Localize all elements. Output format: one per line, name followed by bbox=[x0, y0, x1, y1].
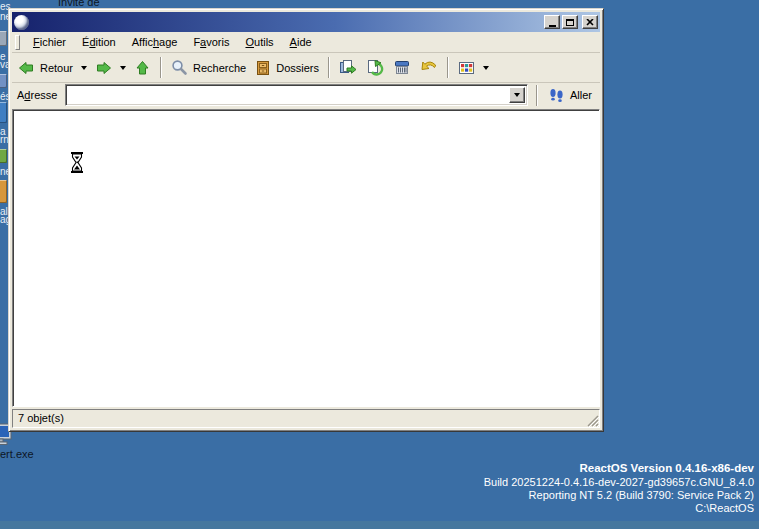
addressbar-separator bbox=[536, 85, 538, 106]
shredder-delete-icon bbox=[393, 59, 411, 76]
go-button[interactable]: Aller bbox=[546, 85, 598, 105]
version-line-3: Reporting NT 5.2 (Build 3790: Service Pa… bbox=[484, 489, 754, 502]
menu-bar: Fichier Édition Affichage Favoris Outils… bbox=[12, 32, 600, 53]
desktop-icon-sliver[interactable] bbox=[0, 74, 7, 88]
desktop-bottom-strip bbox=[0, 521, 759, 529]
back-button[interactable]: Retour bbox=[14, 55, 77, 81]
search-label: Recherche bbox=[193, 62, 246, 74]
move-to-button[interactable] bbox=[335, 55, 361, 81]
desktop-icon-label[interactable]: ert.exe bbox=[0, 448, 34, 460]
views-icon bbox=[458, 60, 475, 76]
chevron-down-icon bbox=[514, 93, 520, 97]
resize-grip[interactable] bbox=[586, 414, 599, 427]
reactos-logo-icon bbox=[14, 15, 29, 30]
menu-edition[interactable]: Édition bbox=[74, 34, 124, 50]
version-line-1: ReactOS Version 0.4.16-x86-dev bbox=[484, 462, 754, 475]
copy-to-icon bbox=[366, 59, 384, 76]
folders-icon bbox=[255, 60, 271, 76]
address-input[interactable] bbox=[69, 87, 508, 103]
menu-favoris[interactable]: Favoris bbox=[185, 34, 237, 50]
toolbar: Retour Recherche bbox=[12, 53, 600, 83]
status-panel: 7 objet(s) bbox=[12, 409, 600, 428]
desktop-icon-sliver[interactable] bbox=[0, 102, 7, 123]
search-button[interactable]: Recherche bbox=[167, 55, 250, 81]
forward-arrow-icon bbox=[95, 60, 112, 76]
undo-button[interactable] bbox=[416, 55, 442, 81]
version-line-2: Build 20251224-0.4.16-dev-2027-gd39657c.… bbox=[484, 476, 754, 489]
views-dropdown-caret[interactable] bbox=[483, 66, 489, 70]
menu-affichage[interactable]: Affichage bbox=[124, 34, 186, 50]
titlebar[interactable] bbox=[12, 12, 600, 32]
up-arrow-icon bbox=[134, 60, 151, 76]
status-bar: 7 objet(s) bbox=[12, 409, 600, 428]
maximize-button[interactable] bbox=[562, 15, 578, 29]
undo-icon bbox=[420, 59, 438, 76]
close-icon bbox=[586, 19, 594, 26]
status-text: 7 objet(s) bbox=[18, 412, 64, 424]
menu-aide[interactable]: Aide bbox=[282, 34, 320, 50]
move-to-icon bbox=[339, 59, 357, 76]
toolbar-separator bbox=[447, 57, 449, 78]
desktop-icon-sliver[interactable] bbox=[0, 31, 7, 46]
menu-fichier[interactable]: Fichier bbox=[25, 34, 74, 50]
desktop-label-fragment-top[interactable]: Invite de bbox=[58, 0, 100, 8]
menu-grip[interactable] bbox=[15, 35, 20, 50]
toolbar-separator bbox=[160, 57, 162, 78]
copy-to-button[interactable] bbox=[362, 55, 388, 81]
desktop: Invite de esneevaésarnnealag ert.exe Rea… bbox=[0, 0, 759, 529]
folders-label: Dossiers bbox=[276, 62, 319, 74]
back-dropdown-caret[interactable] bbox=[81, 66, 87, 70]
forward-dropdown-caret[interactable] bbox=[120, 66, 126, 70]
window-controls bbox=[544, 15, 598, 29]
explorer-window: Fichier Édition Affichage Favoris Outils… bbox=[8, 8, 604, 432]
views-button[interactable] bbox=[454, 55, 479, 81]
address-combobox[interactable] bbox=[65, 84, 528, 106]
footprints-icon bbox=[548, 87, 565, 103]
desktop-icon-sliver[interactable] bbox=[0, 149, 7, 163]
version-line-4: C:\ReactOS bbox=[484, 502, 754, 515]
go-label: Aller bbox=[570, 89, 592, 101]
close-button[interactable] bbox=[582, 15, 598, 29]
delete-button[interactable] bbox=[389, 55, 415, 81]
up-button[interactable] bbox=[130, 55, 155, 81]
folder-view[interactable] bbox=[12, 109, 600, 407]
address-bar: Adresse Aller bbox=[12, 83, 600, 109]
toolbar-separator bbox=[328, 57, 330, 78]
minimize-button[interactable] bbox=[544, 15, 560, 29]
back-arrow-icon bbox=[18, 60, 35, 76]
os-version-info: ReactOS Version 0.4.16-x86-dev Build 202… bbox=[484, 462, 754, 515]
minimize-icon bbox=[549, 25, 556, 27]
hourglass-wait-cursor bbox=[70, 152, 84, 177]
forward-button[interactable] bbox=[91, 55, 116, 81]
address-dropdown-button[interactable] bbox=[509, 87, 525, 103]
desktop-icon-sliver[interactable] bbox=[0, 180, 7, 203]
back-label: Retour bbox=[40, 62, 73, 74]
maximize-icon bbox=[566, 19, 574, 26]
menu-outils[interactable]: Outils bbox=[237, 34, 281, 50]
folders-button[interactable]: Dossiers bbox=[251, 55, 323, 81]
address-label: Adresse bbox=[14, 89, 61, 101]
search-icon bbox=[171, 59, 188, 76]
